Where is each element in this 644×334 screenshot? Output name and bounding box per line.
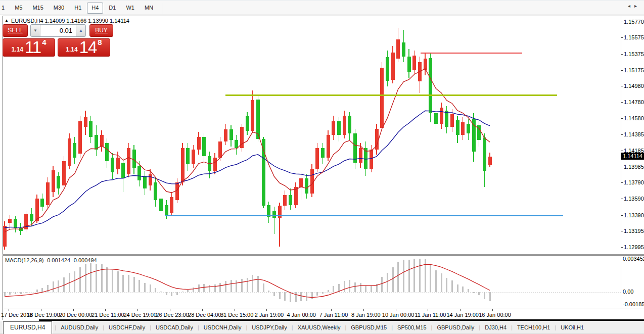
candle-body	[332, 121, 335, 135]
candle-body	[440, 108, 443, 124]
candle-body	[429, 58, 432, 113]
candle-body	[137, 166, 141, 180]
chart-tab-usdchf-daily[interactable]: USDCHF,Daily	[105, 322, 149, 333]
macd-bar	[53, 281, 54, 292]
timeframe-button-h4[interactable]: H4	[87, 3, 103, 14]
chart-title-text: EURUSD,H4 1.14009 1.14166 1.13990 1.1411…	[11, 18, 129, 24]
chart-scroll-position-bar[interactable]	[39, 319, 644, 321]
candle-body	[386, 57, 389, 81]
candle-body	[305, 178, 308, 194]
timeframe-button-m5[interactable]: M5	[10, 3, 27, 14]
chart-tab-xauusd-weekly[interactable]: XAUUSD,Weekly	[294, 322, 345, 333]
candle-body	[283, 195, 287, 206]
buy-button[interactable]: BUY	[89, 24, 113, 37]
lot-size-group: ▼ ▲	[30, 24, 86, 37]
chart-tab-dj30-h4[interactable]: DJ30,H4	[481, 322, 511, 333]
macd-bar	[441, 273, 442, 292]
candle-body	[310, 169, 314, 194]
candle-body	[100, 135, 104, 146]
chart-tab-ukoil-h1[interactable]: UKOil,H1	[557, 322, 588, 333]
macd-bar	[419, 259, 421, 292]
macd-bar	[300, 292, 302, 301]
price-tick-mark	[621, 215, 623, 216]
macd-bar	[295, 292, 297, 302]
timeframe-button-w1[interactable]: W1	[121, 3, 139, 14]
timeframe-button-1[interactable]: 1	[0, 3, 9, 14]
chart-tab-bar: EURUSD,H4|AUDUSD,Daily|USDCHF,Daily|USDC…	[0, 321, 644, 334]
chart-tab-audusd-daily[interactable]: AUDUSD,Daily	[57, 322, 102, 333]
candle-body	[186, 148, 190, 164]
chart-tab-gbpusd-daily[interactable]: GBPUSD,Daily	[433, 322, 478, 333]
timeframe-toolbar: 1M5M15M30H1H4D1W1MN	[0, 0, 644, 15]
price-tick-label: 1.15375	[624, 51, 644, 57]
macd-bar	[387, 273, 388, 292]
lot-decrease-icon[interactable]: ▼	[31, 25, 40, 36]
time-tick-mark	[299, 309, 299, 311]
candle-body	[192, 150, 195, 164]
lot-size-input[interactable]	[40, 25, 76, 36]
candle-body	[127, 148, 130, 174]
tab-scroll-right-icon[interactable]: ▸	[634, 3, 641, 9]
chart-tab-usdcnh-daily[interactable]: USDCNH,Daily	[200, 322, 246, 333]
macd-bar	[36, 290, 38, 292]
chart-tab-eurusd-h4[interactable]: EURUSD,H4	[3, 321, 52, 334]
macd-bar	[225, 281, 226, 292]
candle-body	[456, 120, 459, 135]
macd-bar	[247, 278, 248, 292]
tab-scroll-left-icon[interactable]: ◂	[628, 3, 634, 9]
timeframe-button-h1[interactable]: H1	[70, 3, 86, 14]
candle-body	[84, 117, 87, 127]
candle-body	[488, 157, 492, 165]
candle-body	[154, 182, 157, 200]
candle-body	[396, 39, 400, 59]
chart-tab-tech100-h1[interactable]: TECH100,H1	[513, 322, 554, 333]
candle-body	[40, 199, 44, 207]
candle-body	[434, 113, 438, 124]
macd-bar	[171, 292, 172, 296]
macd-scale-zero: 0.00	[623, 289, 633, 295]
chart-tab-usdjpy-daily[interactable]: USDJPY,Daily	[248, 322, 291, 333]
price-tick-mark	[621, 118, 623, 119]
chart-tab-gbpusd-m15[interactable]: GBPUSD,M15	[347, 322, 391, 333]
price-tick-label: 1.14385	[624, 131, 644, 137]
sell-button[interactable]: SELL	[3, 24, 28, 37]
candle-body	[218, 141, 222, 158]
time-tick-mark	[492, 309, 493, 311]
candle-body	[3, 226, 7, 246]
lot-increase-icon[interactable]: ▲	[76, 25, 85, 36]
candle-body	[170, 197, 173, 213]
candle-body	[272, 211, 276, 218]
time-tick-mark	[428, 309, 428, 311]
timeframe-button-d1[interactable]: D1	[104, 3, 120, 14]
chart-tab-usdcad-daily[interactable]: USDCAD,Daily	[152, 322, 197, 333]
price-tick-label: 1.15175	[624, 67, 644, 73]
ask-price-box[interactable]: 1.14 14 8	[58, 38, 110, 57]
time-tick-mark	[396, 309, 396, 311]
candle-body	[213, 158, 217, 171]
macd-indicator-panel[interactable]	[3, 256, 621, 309]
candle-body	[467, 124, 470, 133]
timeframe-button-mn[interactable]: MN	[140, 3, 158, 14]
macd-bar	[328, 290, 329, 292]
time-tick-mark	[460, 309, 461, 311]
macd-bar	[236, 280, 237, 292]
candle-body	[461, 122, 465, 135]
chart-tab-sp500-m15[interactable]: SP500,M15	[393, 322, 430, 333]
timeframe-button-m15[interactable]: M15	[28, 3, 48, 14]
macd-bar	[413, 259, 415, 292]
collapse-triangle-icon[interactable]: ▲	[5, 19, 9, 23]
price-tick-label: 1.14780	[624, 99, 644, 105]
macd-bar	[252, 275, 253, 292]
macd-scale-top: 0.003452	[623, 256, 644, 262]
candle-body	[181, 148, 185, 182]
macd-bar	[96, 264, 97, 292]
candle-body	[73, 143, 76, 158]
macd-bar	[360, 283, 361, 292]
bid-price-box[interactable]: 1.14 11 4	[3, 38, 55, 57]
macd-bar	[106, 267, 108, 292]
macd-bar	[101, 264, 103, 292]
price-tick-mark	[621, 167, 623, 167]
timeframe-button-m30[interactable]: M30	[49, 3, 69, 14]
candle-body	[62, 161, 66, 185]
candle-body	[321, 148, 325, 158]
